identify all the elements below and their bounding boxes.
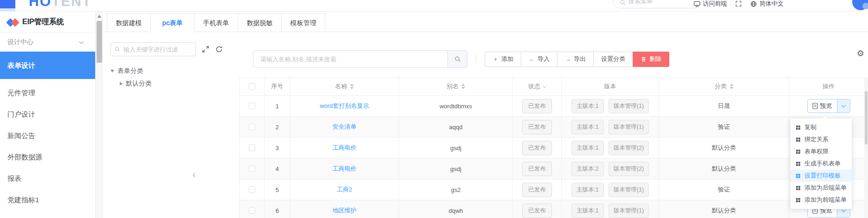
form-name-link[interactable]: 工商电价 <box>332 144 356 152</box>
tree-node-default-category[interactable]: 默认分类 <box>120 77 239 90</box>
menu-item-generate-mobile-form[interactable]: 生成手机表单 <box>790 158 852 170</box>
status-badge[interactable]: 已发布 <box>522 141 552 155</box>
menu-item-copy[interactable]: 复制 <box>790 121 852 133</box>
toolbar-buttons: ＋添加 ←导入 →导出 设置分类 删除 <box>485 52 669 67</box>
sort-icon[interactable] <box>730 84 733 89</box>
sidebar-item-component-mgmt[interactable]: 元件管理 <box>0 82 95 104</box>
scrollbar-thumb[interactable] <box>865 91 868 145</box>
expand-tree-button[interactable] <box>202 46 209 53</box>
version-mgmt-button[interactable]: 版本管理(1) <box>609 204 649 218</box>
gear-icon[interactable]: ⚙ <box>857 48 864 58</box>
sidebar-item-external-datasource[interactable]: 外部数据源 <box>0 146 95 168</box>
filter-chevron-icon[interactable] <box>543 84 546 88</box>
preview-split-button[interactable]: 预览 <box>807 99 850 113</box>
form-name-link[interactable]: 工商电价 <box>332 165 356 173</box>
topbar-actions: 访问前端 简体中文 <box>693 0 784 7</box>
add-button[interactable]: ＋添加 <box>485 52 521 67</box>
col-header-status[interactable]: 状态 <box>513 78 562 95</box>
language-switch-button[interactable]: 简体中文 <box>750 0 784 8</box>
sidebar-item-portal-design[interactable]: 门户设计 <box>0 104 95 125</box>
row-index: 3 <box>265 138 290 158</box>
row-checkbox[interactable] <box>249 207 255 214</box>
status-badge[interactable]: 已发布 <box>522 162 552 176</box>
main-version-button[interactable]: 主版本:2 <box>571 162 604 176</box>
row-checkbox[interactable] <box>249 186 255 193</box>
main-version-button[interactable]: 主版本:1 <box>571 141 604 155</box>
menu-item-add-backend-menu[interactable]: 添加为后端菜单 <box>790 182 852 194</box>
import-button[interactable]: ←导入 <box>521 52 557 67</box>
scrollbar-up-arrow-icon[interactable] <box>97 15 101 18</box>
form-name-link[interactable]: 工商2 <box>337 185 352 194</box>
sidebar-item-news[interactable]: 新闻公告 <box>0 125 95 146</box>
sidebar-item-report[interactable]: 报表 <box>0 168 95 189</box>
export-button[interactable]: →导出 <box>557 52 594 67</box>
menu-item-form-permission[interactable]: 表单权限 <box>790 145 852 158</box>
row-checkbox[interactable] <box>249 103 255 109</box>
list-toolbar: ＋添加 ←导入 →导出 设置分类 删除 <box>239 50 868 68</box>
menu-item-add-frontend-menu[interactable]: 添加为前端菜单 <box>790 194 852 206</box>
category-tree-panel: 表单分类 默认分类 <box>103 32 239 218</box>
search-icon <box>114 46 120 52</box>
preview-button[interactable]: 预览 <box>808 99 837 112</box>
sidebar-group-design-center[interactable]: 设计中心 <box>0 33 95 52</box>
row-checkbox[interactable] <box>249 165 255 172</box>
search-submit-button[interactable] <box>447 51 467 67</box>
row-checkbox[interactable] <box>249 145 255 151</box>
menu-item-set-print-template[interactable]: 设置打印模板 <box>790 170 852 182</box>
form-name-link[interactable]: 安全清单 <box>332 123 356 131</box>
sidebar-scrollbar[interactable] <box>95 12 103 218</box>
fullscreen-button[interactable] <box>735 0 742 7</box>
app-title: EIP管理系统 <box>22 17 64 27</box>
fullscreen-icon <box>735 0 742 7</box>
menu-search-input[interactable]: 搜索菜单 <box>613 0 702 8</box>
select-all-checkbox[interactable] <box>249 83 255 90</box>
version-mgmt-button[interactable]: 版本管理(1) <box>609 120 649 134</box>
grid-icon <box>796 138 798 139</box>
row-index: 1 <box>265 96 290 116</box>
main-version-button[interactable]: 主版本:1 <box>571 120 604 134</box>
version-mgmt-button[interactable]: 版本管理(2) <box>609 162 649 176</box>
table-scrollbar[interactable] <box>864 77 868 218</box>
list-search-input[interactable] <box>253 51 447 67</box>
status-badge[interactable]: 已发布 <box>522 99 552 113</box>
scrollbar-thumb[interactable] <box>97 21 102 63</box>
tab-mobile-form[interactable]: 手机表单 <box>194 13 238 32</box>
form-alias: dqwh <box>399 200 513 218</box>
version-mgmt-button[interactable]: 版本管理(1) <box>609 183 649 197</box>
sidebar-item-party-index[interactable]: 党建指标1 <box>0 189 95 211</box>
preview-dropdown-toggle[interactable] <box>837 99 850 112</box>
tab-template-mgmt[interactable]: 模板管理 <box>281 13 325 32</box>
menu-search-placeholder: 搜索菜单 <box>628 0 653 6</box>
grid-icon <box>796 150 798 152</box>
caret-right-icon[interactable] <box>120 82 123 86</box>
row-checkbox[interactable] <box>249 124 255 130</box>
main-version-button[interactable]: 主版本:1 <box>571 204 604 218</box>
status-badge[interactable]: 已发布 <box>522 204 552 218</box>
tab-data-modeling[interactable]: 数据建模 <box>107 13 151 32</box>
tab-data-masking[interactable]: 数据脱敏 <box>238 13 282 32</box>
form-name-link[interactable]: 地区维护 <box>332 206 356 215</box>
main-version-button[interactable]: 主版本:1 <box>571 183 604 197</box>
form-name-link[interactable]: word套打别名显示 <box>320 102 369 110</box>
status-badge[interactable]: 已发布 <box>522 183 552 197</box>
refresh-tree-button[interactable] <box>215 46 223 53</box>
col-header-alias[interactable]: 别名 <box>399 78 513 95</box>
panel-collapse-handle[interactable]: ‹ <box>190 167 198 182</box>
main-version-button[interactable]: 主版本:1 <box>571 99 604 113</box>
delete-button[interactable]: 删除 <box>633 52 669 67</box>
set-category-button[interactable]: 设置分类 <box>593 52 633 67</box>
menu-item-bind-relation[interactable]: 绑定关系 <box>790 133 852 145</box>
col-header-category[interactable]: 分类 <box>659 78 789 95</box>
sort-icon[interactable] <box>350 84 354 89</box>
tree-node-form-category[interactable]: 表单分类 <box>110 65 239 77</box>
version-mgmt-button[interactable]: 版本管理(1) <box>609 99 649 113</box>
sort-icon[interactable] <box>461 84 465 89</box>
version-mgmt-button[interactable]: 版本管理(2) <box>609 141 649 155</box>
col-header-name[interactable]: 名称 <box>290 78 399 95</box>
tree-filter-input[interactable] <box>110 42 196 56</box>
sidebar-item-form-design[interactable]: 表单设计 <box>0 52 95 79</box>
visit-frontend-button[interactable]: 访问前端 <box>693 0 727 8</box>
caret-down-icon[interactable] <box>110 70 114 73</box>
status-badge[interactable]: 已发布 <box>522 120 552 134</box>
tab-pc-form[interactable]: pc表单 <box>150 13 194 32</box>
